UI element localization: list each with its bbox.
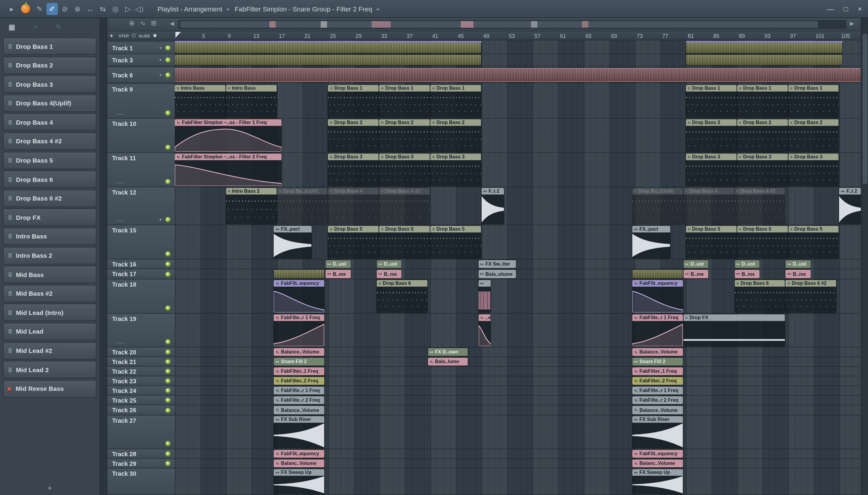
pattern-clip[interactable]: ×Drop Ba..(Uplif) xyxy=(632,188,683,224)
track-header[interactable]: Track 9··· xyxy=(107,84,175,119)
picker-item[interactable]: ≣Drop Bass 6 #2 xyxy=(3,190,96,207)
track-led[interactable] xyxy=(166,145,170,149)
picker-item[interactable]: ≣Drop Bass 4 xyxy=(3,114,96,131)
picker-scroll-strip[interactable] xyxy=(100,18,107,495)
picker-item[interactable]: ≣Drop Bass 2 xyxy=(3,56,96,74)
picker-item[interactable]: ≣Mid Lead 2 xyxy=(3,361,96,378)
track-led[interactable] xyxy=(166,350,170,354)
track-led[interactable] xyxy=(166,408,170,412)
pattern-strip-clip[interactable] xyxy=(686,55,842,65)
automation-clip[interactable]: ∿FabFilte..r 1 Freq xyxy=(632,387,683,394)
track-led[interactable] xyxy=(166,398,170,402)
track-led[interactable] xyxy=(166,306,170,310)
audio-clip[interactable]: ↦Snare Fill 2 xyxy=(274,358,325,365)
audio-clip[interactable]: ↦Bala..olume xyxy=(478,270,516,278)
track-led[interactable] xyxy=(166,180,170,184)
automation-clip[interactable]: ∿FabFilt..equency xyxy=(274,280,325,312)
audio-clip[interactable]: ↦ xyxy=(478,280,490,312)
track-header[interactable]: Track 27 xyxy=(107,415,175,449)
pattern-clip[interactable]: ≡Intro Bass 2 xyxy=(226,188,277,224)
picker-item[interactable]: ≣Drop Bass 4 #2 xyxy=(3,133,96,150)
track-led[interactable] xyxy=(166,217,170,222)
pattern-clip[interactable]: ≡Drop Bass 5 xyxy=(737,226,788,258)
track-header[interactable]: Track 20 xyxy=(107,347,175,357)
track-led[interactable] xyxy=(166,46,170,50)
delete-tool-icon[interactable]: ⊘ xyxy=(59,3,70,15)
track-led[interactable] xyxy=(166,451,170,456)
audio-clip[interactable]: ↦B..me xyxy=(786,270,811,278)
automation-clip[interactable]: ∿FabFilt..equency xyxy=(274,450,325,458)
automation-clip[interactable]: ∿Balance..Volume xyxy=(274,406,325,414)
audio-clip[interactable]: ↦F..t 2 xyxy=(839,188,861,224)
pattern-clip[interactable]: ≡Drop Bass 3 xyxy=(737,154,788,186)
automation-clip[interactable]: ∿FabFilter..2 Freq xyxy=(632,377,683,385)
pattern-clip[interactable]: ≡Drop Bass 6 #2 xyxy=(786,280,836,312)
track-header[interactable]: Track 1▾ xyxy=(107,42,175,54)
picker-item[interactable]: ≣Intro Bass xyxy=(3,228,96,245)
add-track-button[interactable]: + xyxy=(110,32,113,39)
pattern-clip[interactable]: ≡Drop FX xyxy=(684,314,785,346)
automation-clip[interactable]: ∿Bala..lume xyxy=(428,358,468,365)
snap-magnet-icon[interactable]: ⊕ xyxy=(129,19,134,27)
track-led[interactable] xyxy=(166,441,170,446)
pattern-clip[interactable]: ×Drop Bass 4 xyxy=(684,188,734,224)
picker-item[interactable]: ≣Drop Bass 5 xyxy=(3,151,96,169)
pattern-clip[interactable]: ≡Drop Bass 3 xyxy=(686,154,737,186)
pattern-clip[interactable]: ≡Drop Bass 2 xyxy=(328,119,379,152)
automation-clip[interactable]: ∿FabFilte..r 2 Freq xyxy=(632,396,683,404)
pattern-picker-icon[interactable]: ⊞ xyxy=(151,19,157,27)
audio-clip[interactable]: ↦F..t 2 xyxy=(481,188,504,224)
chevron-down-icon[interactable]: ▾ xyxy=(160,217,162,222)
pattern-clip[interactable]: ×Drop Bass 4 #2 xyxy=(735,188,785,224)
track-led[interactable] xyxy=(166,111,170,115)
pattern-clip[interactable]: ≡Intro Bass xyxy=(175,85,226,117)
pattern-clip[interactable]: ≡Drop Bass 1 xyxy=(686,85,737,117)
slide-tool-icon[interactable]: ∿ xyxy=(140,19,145,27)
pattern-clip[interactable]: ≡Drop Bass 1 xyxy=(788,85,839,117)
paint-tool-icon[interactable]: ✐ xyxy=(46,3,58,15)
horizontal-scrollbar[interactable] xyxy=(178,20,846,29)
automation-clip[interactable]: ∿Balance..Volume xyxy=(632,406,683,414)
track-led[interactable] xyxy=(166,369,170,373)
automation-clip[interactable]: ∿FabFilte..r 1 Freq xyxy=(274,314,325,346)
pattern-strip-clip[interactable] xyxy=(686,43,842,53)
chevron-down-icon[interactable]: ▾ xyxy=(160,72,162,78)
preview-speaker-icon[interactable]: ◁） xyxy=(135,3,148,15)
scroll-right-icon[interactable]: ▶ xyxy=(850,20,854,27)
chevron-down-icon[interactable]: ▾ xyxy=(160,57,162,62)
track-led[interactable] xyxy=(166,388,170,393)
audio-clip[interactable]: ↦FX Sub Riser xyxy=(632,416,683,448)
audio-clip[interactable]: ↦D..ust xyxy=(326,260,350,268)
pattern-clip[interactable]: ≡Drop Bass 5 xyxy=(328,226,379,258)
playlist-grid[interactable]: 5913172125293337414549535761656973778185… xyxy=(175,31,861,495)
pattern-strip-clip[interactable] xyxy=(175,68,861,82)
picker-item[interactable]: ≣Drop FX xyxy=(3,209,96,226)
audio-clip[interactable]: ↦FX D..own xyxy=(428,348,468,356)
track-header[interactable]: Track 21 xyxy=(107,357,175,367)
track-header[interactable]: Track 22 xyxy=(107,367,175,376)
pattern-clip[interactable]: ≡Drop Bass 2 xyxy=(686,119,737,152)
audio-clip[interactable]: ↦Snare Fill 2 xyxy=(632,358,683,365)
pattern-clip[interactable]: ≡Drop Bass 3 xyxy=(430,154,481,186)
pattern-clip[interactable]: ≡Drop Bass 6 xyxy=(377,280,427,312)
scroll-left-icon[interactable]: ◀ xyxy=(170,20,174,27)
pattern-clip[interactable]: ≡Drop Bass 5 xyxy=(686,226,737,258)
playhead-marker[interactable] xyxy=(176,32,181,38)
stretch-tool-icon[interactable]: ↔ xyxy=(84,3,96,15)
track-header[interactable]: Track 15 xyxy=(107,225,175,259)
pattern-clip[interactable]: ≡Drop Bass 1 xyxy=(737,85,788,117)
pattern-strip-clip[interactable] xyxy=(175,55,481,65)
pattern-clip[interactable]: ×Drop Bass 4 xyxy=(328,188,379,224)
track-led[interactable] xyxy=(166,379,170,383)
track-led[interactable] xyxy=(166,262,170,266)
track-header[interactable]: Track 29 xyxy=(107,459,175,468)
track-header[interactable]: Track 10 xyxy=(107,119,175,153)
picker-item[interactable]: ≣Mid Lead xyxy=(3,323,96,340)
picker-item[interactable]: ≣Drop Bass 1 xyxy=(3,37,96,55)
pattern-clip[interactable]: ×Drop Bass 4 #2 xyxy=(379,188,430,224)
audio-clip[interactable]: ↦FX..pact xyxy=(274,226,312,258)
track-led[interactable] xyxy=(166,340,170,344)
track-led[interactable] xyxy=(166,252,170,256)
automation-clip[interactable]: ∿FabFilter Simplon ~..ss - Filter 2 Freq xyxy=(175,154,281,186)
menu-arrow-icon[interactable]: ▸ xyxy=(6,3,17,15)
